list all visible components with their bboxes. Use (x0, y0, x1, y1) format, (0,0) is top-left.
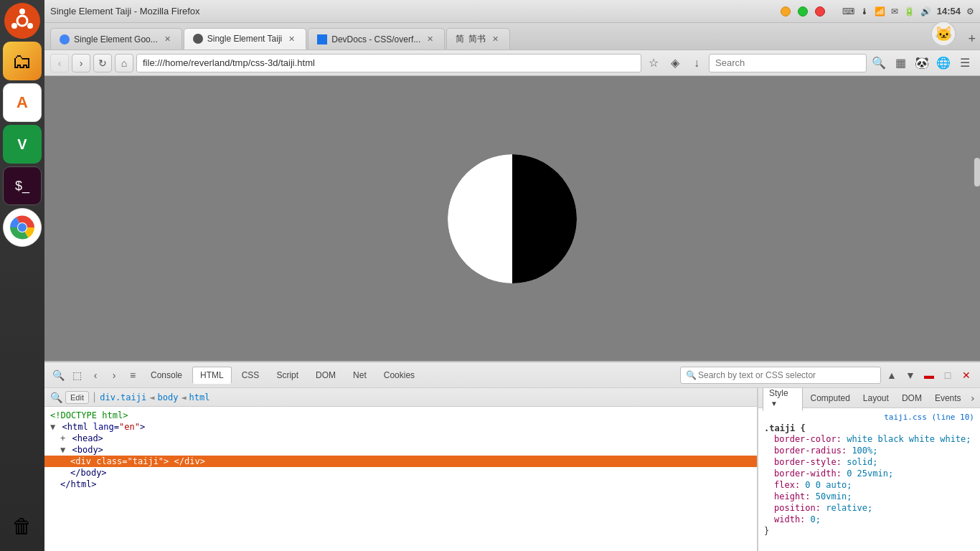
volume-icon: 🔊 (920, 6, 931, 17)
tab3-close[interactable]: ✕ (425, 34, 435, 44)
terminal-icon[interactable]: $_ (3, 166, 42, 205)
tab4-label: 简书 (468, 33, 486, 45)
home-button[interactable]: ⌂ (115, 54, 133, 72)
maximize-btn[interactable] (798, 6, 808, 17)
devtools-maximize-btn[interactable]: □ (940, 367, 956, 383)
forward-button[interactable]: › (72, 54, 90, 72)
ubuntu-icon[interactable] (4, 3, 40, 39)
style-tab-events[interactable]: Events (929, 391, 967, 405)
html-panel: <!DOCTYPE html> ▼ <html lang="en"> + <he… (44, 407, 757, 551)
style-prop-position: position: relative; (758, 502, 980, 514)
tab3-label: DevDocs - CSS/overf... (331, 34, 420, 44)
devtools-tab-cookies[interactable]: Cookies (377, 367, 422, 383)
devtools-panel: 🔍 ⬚ ‹ › ≡ Console HTML CSS Script DOM Ne… (44, 361, 980, 551)
devtools-toolbar: 🔍 ⬚ ‹ › ≡ Console HTML CSS Script DOM Ne… (44, 362, 980, 388)
tab3-favicon (317, 34, 327, 44)
style-tab-style[interactable]: Style ▼ (763, 388, 803, 411)
trash-icon[interactable]: 🗑 (3, 507, 42, 545)
style-panel-extra-btn[interactable]: › (970, 392, 976, 404)
devtools-inspect-btn[interactable]: 🔍 (50, 367, 66, 383)
zoom-icon[interactable]: 🔍 (870, 54, 888, 72)
tab-devdocs[interactable]: DevDocs - CSS/overf... ✕ (308, 28, 445, 50)
style-rule-file[interactable]: taiji.css (line 10) (758, 408, 980, 423)
clock: 14:54 (937, 6, 961, 17)
devtools-tab-dom[interactable]: DOM (308, 367, 343, 383)
devtools-tab-net[interactable]: Net (346, 367, 374, 383)
settings-icon[interactable]: ⚙ (966, 6, 974, 17)
html-line-close-html[interactable]: </html> (44, 479, 757, 490)
tabsbar: Single Element Goo... ✕ Single Element T… (44, 23, 980, 50)
devtools-tab-html[interactable]: HTML (192, 367, 232, 384)
url-bar[interactable] (136, 54, 641, 72)
devtools-forward-btn[interactable]: › (106, 367, 122, 383)
devtools-search-input[interactable] (680, 367, 881, 384)
browser-window: Single Element Taiji - Mozilla Firefox ⌨… (44, 0, 980, 551)
html-line-head[interactable]: + <head> (44, 433, 757, 444)
pocket-icon[interactable]: ◈ (666, 54, 684, 72)
tab4-close[interactable]: ✕ (490, 34, 501, 44)
devtools-tab-css[interactable]: CSS (235, 367, 267, 383)
keyboard-icon: ⌨ (842, 6, 854, 17)
menu-button[interactable]: ☰ (956, 54, 974, 72)
tab-single-element-goo[interactable]: Single Element Goo... ✕ (50, 28, 182, 50)
svg-point-3 (27, 23, 33, 29)
wifi-icon: 📶 (875, 6, 885, 17)
tab2-close[interactable]: ✕ (286, 34, 297, 44)
font-icon[interactable]: A (3, 83, 42, 122)
style-tab-computed[interactable]: Computed (804, 391, 855, 405)
qr-icon[interactable]: ▦ (891, 54, 910, 72)
tab1-close[interactable]: ✕ (162, 34, 173, 44)
extension-btn1[interactable]: 🐼 (913, 54, 931, 72)
html-panel-container: 🔍 Edit │ div.taiji ◄ body ◄ html <!DOCTY… (44, 388, 758, 551)
breadcrumb-edit-btn[interactable]: Edit (65, 391, 89, 404)
close-btn[interactable] (815, 6, 825, 17)
style-rule-container: taiji.css (line 10) .taiji { border-colo… (758, 408, 980, 537)
html-line-close-body[interactable]: </body> (44, 467, 757, 479)
minimize-btn[interactable] (781, 6, 791, 17)
breadcrumb-body[interactable]: body (157, 392, 178, 402)
devtools-tab-console[interactable]: Console (143, 367, 189, 383)
page-content (44, 76, 980, 361)
devtools-back-btn[interactable]: ‹ (88, 367, 103, 383)
reload-button[interactable]: ↻ (93, 54, 112, 72)
tab2-favicon (193, 34, 203, 44)
html-line-html[interactable]: ▼ <html lang="en"> (44, 421, 757, 433)
devtools-tab-script[interactable]: Script (269, 367, 306, 383)
profile-avatar[interactable]: 🐱 (930, 21, 956, 47)
chrome-icon[interactable] (3, 208, 42, 247)
bookmark-star[interactable]: ☆ (644, 54, 663, 72)
files-icon[interactable]: 🗂 (3, 42, 42, 80)
svg-point-7 (18, 223, 27, 232)
style-closing-brace: } (758, 525, 980, 537)
devtools-prev-result[interactable]: ▲ (884, 367, 900, 383)
devtools-close-btn[interactable]: ✕ (958, 367, 974, 383)
html-line-body[interactable]: ▼ <body> (44, 444, 757, 456)
download-icon[interactable]: ↓ (687, 54, 706, 72)
breadcrumb-sep1: │ (92, 392, 97, 402)
search-input[interactable] (709, 54, 867, 72)
style-prop-flex: flex: 0 0 auto; (758, 479, 980, 491)
battery-icon: 🔋 (904, 6, 915, 17)
temp-icon: 🌡 (860, 6, 869, 17)
extension-btn2[interactable]: 🌐 (934, 54, 953, 72)
new-tab-button[interactable]: + (963, 32, 980, 47)
sidebar: 🗂 A V $_ 🗑 (0, 0, 44, 551)
back-button[interactable]: ‹ (50, 54, 69, 72)
devtools-expand-btn[interactable]: ≡ (125, 367, 141, 383)
html-line-doctype[interactable]: <!DOCTYPE html> (44, 410, 757, 421)
style-tab-layout[interactable]: Layout (857, 391, 895, 405)
tab-jianshu[interactable]: 简 简书 ✕ (446, 28, 510, 50)
devtools-next-result[interactable]: ▼ (903, 367, 918, 383)
html-line-div-taiji[interactable]: <div class="taiji"> </div> (44, 456, 757, 467)
breadcrumb-html[interactable]: html (189, 392, 210, 402)
devtools-minimize-btn[interactable]: ▬ (921, 367, 937, 383)
style-tab-dom[interactable]: DOM (896, 391, 928, 405)
style-prop-width: width: 0; (758, 514, 980, 525)
breadcrumb-div-taiji[interactable]: div.taiji (100, 392, 146, 402)
devtools-pick-btn[interactable]: ⬚ (69, 367, 85, 383)
tab4-favicon: 简 (456, 33, 464, 45)
vim-icon[interactable]: V (3, 125, 42, 164)
tab-single-element-taiji[interactable]: Single Element Taiji ✕ (184, 28, 307, 50)
taiji-symbol (448, 154, 577, 283)
style-prop-border-radius: border-radius: 100%; (758, 445, 980, 456)
